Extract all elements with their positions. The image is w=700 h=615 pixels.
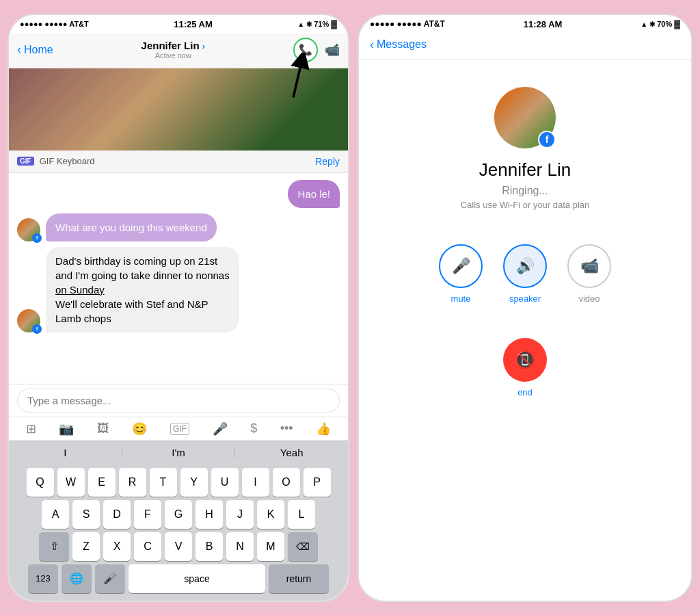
video-call-button[interactable]: 📹 video [567,244,611,304]
key-i[interactable]: I [242,468,269,497]
speaker-label: speaker [509,293,541,304]
key-h[interactable]: H [196,500,223,529]
delete-key[interactable]: ⌫ [288,532,318,561]
speaker-icon: 🔊 [516,257,535,275]
battery-right: ▲ ✱ 70% ▓ [641,19,680,29]
keyboard: Q W E R T Y U I O P A S D F G H J K L [9,464,348,601]
battery-pct-right: 70% [657,20,672,28]
space-key[interactable]: space [129,564,265,593]
video-label: video [578,293,600,304]
key-a[interactable]: A [42,500,69,529]
key-g[interactable]: G [165,500,192,529]
key-row-1: Q W E R T Y U I O P [12,468,345,497]
chevron-icon: › [202,41,205,51]
key-r[interactable]: R [119,468,146,497]
apps-icon[interactable]: ⊞ [26,421,36,436]
message-bubble-2: What are you doing this weekend [46,213,217,241]
reply-button[interactable]: Reply [315,156,340,167]
profile-bg [9,68,348,151]
caller-avatar: f [494,87,556,148]
end-call-icon: 📵 [515,350,535,369]
key-d[interactable]: D [103,500,131,529]
autocomplete-yeah[interactable]: Yeah [235,447,348,458]
photo-icon[interactable]: 🖼 [97,421,109,436]
video-button[interactable]: 📹 [325,42,340,57]
key-s[interactable]: S [72,500,100,529]
end-call-button[interactable]: 📵 end [503,338,547,397]
key-p[interactable]: P [304,468,331,497]
nav-bar-right: ‹ Messages [359,34,691,60]
key-x[interactable]: X [103,532,131,561]
gif-icon[interactable]: GIF [170,423,189,435]
shift-key[interactable]: ⇧ [39,532,69,561]
location-icon: ▲ [297,21,304,28]
back-messages-button[interactable]: ‹ Messages [370,38,427,52]
mic-icon[interactable]: 🎤 [213,421,228,436]
fb-messenger-badge-2: f [32,324,42,334]
key-q[interactable]: Q [27,468,54,497]
autocomplete-i[interactable]: I [9,447,122,458]
back-label: Home [24,44,53,56]
chat-area: Hao le! f What are you doing this weeken… [9,173,348,384]
gif-bar-left: GIF GIF Keyboard [17,156,95,166]
nav-bar-left: ‹ Home Jennifer Lin › Active now 📞 📹 [9,34,348,68]
numbers-key[interactable]: 123 [28,564,58,593]
gif-badge: GIF [17,157,34,166]
key-c[interactable]: C [134,532,161,561]
left-phone: ●●●●● ●●●●● AT&T 11:25 AM ▲ ✱ 71% ▓ ‹ Ho… [8,14,349,602]
video-circle: 📹 [567,244,611,288]
avatar-3: f [17,309,40,332]
message-row-1: Hao le! [17,180,340,208]
key-t[interactable]: T [150,468,177,497]
key-n[interactable]: N [226,532,254,561]
battery-left: ▲ ✱ 71% ▓ [297,19,337,29]
key-f[interactable]: F [134,500,161,529]
key-u[interactable]: U [211,468,239,497]
call-button[interactable]: 📞 [293,38,318,62]
key-y[interactable]: Y [180,468,208,497]
mute-icon: 🎤 [452,257,470,275]
back-chevron-icon: ‹ [17,42,21,57]
key-b[interactable]: B [196,532,223,561]
autocomplete-bar: I I'm Yeah [9,441,348,464]
speaker-button[interactable]: 🔊 speaker [503,244,547,304]
fb-messenger-badge-caller: f [538,131,556,148]
carrier-left: ●●●●● ●●●●● AT&T [20,20,89,28]
key-l[interactable]: L [288,500,315,529]
key-j[interactable]: J [226,500,254,529]
message-row-2: f What are you doing this weekend [17,213,340,241]
return-key[interactable]: return [269,564,329,593]
mute-button[interactable]: 🎤 mute [439,244,483,304]
msg3-part2: We'll celebrate with Stef and N&PLamb ch… [55,298,208,324]
key-v[interactable]: V [165,532,192,561]
input-area [9,384,348,417]
caller-note: Calls use Wi-Fi or your data plan [461,200,590,210]
key-z[interactable]: Z [72,532,100,561]
message-bubble-1: Hao le! [288,180,340,208]
key-e[interactable]: E [88,468,116,497]
caller-name: Jennifer Lin [479,159,571,181]
like-icon[interactable]: 👍 [316,421,331,436]
emoji-icon[interactable]: 😊 [132,421,147,436]
profile-photo-strip [9,68,348,151]
key-w[interactable]: W [57,468,85,497]
nav-center-left: Jennifer Lin › Active now [142,40,206,60]
time-right: 11:28 AM [524,19,563,29]
gif-keyboard-label[interactable]: GIF Keyboard [40,156,95,166]
contact-name[interactable]: Jennifer Lin › [142,40,206,51]
mute-circle: 🎤 [439,244,483,288]
globe-key[interactable]: 🌐 [62,564,92,593]
message-input[interactable] [17,389,340,413]
bluetooth-icon-right: ✱ [649,21,655,28]
autocomplete-im[interactable]: I'm [122,447,236,458]
camera-icon[interactable]: 📷 [59,421,74,436]
key-m[interactable]: M [257,532,284,561]
battery-icon: ▓ [331,19,337,29]
more-icon[interactable]: ••• [280,421,293,436]
mic-key[interactable]: 🎤 [95,564,125,593]
back-home-button[interactable]: ‹ Home [17,42,53,57]
payment-icon[interactable]: $ [250,421,257,436]
phone-icon: 📞 [299,43,312,56]
key-o[interactable]: O [273,468,300,497]
key-k[interactable]: K [257,500,284,529]
